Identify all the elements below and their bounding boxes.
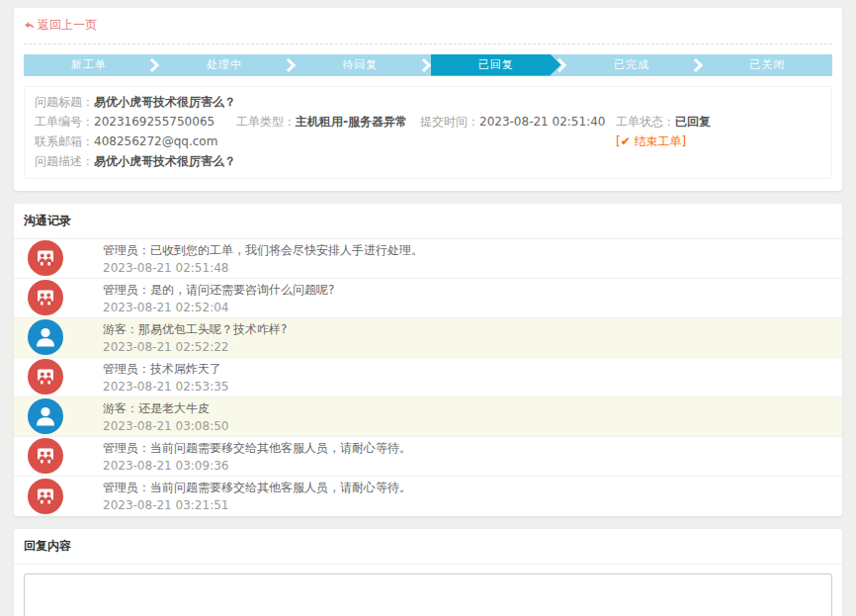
admin-avatar-icon — [28, 240, 63, 276]
ticket-detail-page: 返回上一页 新工单 处理中 待回复 已回复 已完成 已关闭 问题标题：易优小虎哥… — [0, 0, 856, 616]
ticket-number-value: 2023169255750065 — [94, 115, 214, 129]
reply-card: 回复内容 提交 — [14, 529, 842, 616]
ticket-time-row: 提交时间：2023-08-21 02:51:40 — [420, 115, 616, 129]
message-row-admin: 管理员：当前问题需要移交给其他客服人员，请耐心等待。 2023-08-21 03… — [14, 477, 842, 516]
message-time: 2023-08-21 02:52:04 — [103, 301, 334, 314]
ticket-type-label: 工单类型： — [236, 115, 296, 129]
ticket-desc-value: 易优小虎哥技术很厉害么？ — [94, 154, 236, 168]
message-row-admin: 管理员：技术屌炸天了 2023-08-21 02:53:35 — [14, 358, 842, 397]
progress-step-closed: 已关闭 — [703, 54, 832, 76]
guest-avatar-icon — [28, 398, 63, 434]
ticket-desc-label: 问题描述： — [35, 154, 94, 168]
communication-records-card: 沟通记录 管理员：已收到您的工单，我们将会尽快安排人手进行处理。 2023-08… — [14, 204, 842, 516]
message-text: 管理员：是的，请问还需要咨询什么问题呢? — [103, 282, 334, 299]
ticket-type-value: 主机租用-服务器异常 — [296, 115, 407, 129]
message-text: 管理员：技术屌炸天了 — [103, 361, 228, 378]
message-row-guest: 游客：还是老大牛皮 2023-08-21 03:08:50 — [14, 397, 842, 437]
admin-avatar-icon — [28, 479, 63, 514]
back-link-label: 返回上一页 — [38, 17, 97, 34]
message-text: 管理员：已收到您的工单，我们将会尽快安排人手进行处理。 — [103, 242, 423, 259]
progress-step-completed: 已完成 — [566, 54, 696, 76]
message-text: 管理员：当前问题需要移交给其他客服人员，请耐心等待。 — [103, 440, 411, 457]
check-icon: ✔ — [621, 134, 631, 148]
message-row-guest: 游客：那易优包工头呢？技术咋样? 2023-08-21 02:52:22 — [14, 318, 842, 358]
close-ticket-link[interactable]: [✔ 结束工单] — [616, 134, 686, 148]
reply-arrow-icon — [24, 20, 36, 32]
message-time: 2023-08-21 02:52:22 — [103, 340, 287, 354]
bracket: ] — [682, 134, 687, 148]
admin-avatar-icon — [28, 280, 63, 315]
ticket-status-progress-bar: 新工单 处理中 待回复 已回复 已完成 已关闭 — [24, 54, 832, 76]
ticket-title-value: 易优小虎哥技术很厉害么？ — [94, 95, 236, 109]
ticket-type-row: 工单类型：主机租用-服务器异常 — [236, 115, 420, 129]
close-ticket-row: [✔ 结束工单] — [616, 134, 821, 148]
records-header: 沟通记录 — [14, 204, 842, 239]
message-text: 游客：那易优包工头呢？技术咋样? — [103, 321, 287, 338]
message-text: 管理员：当前问题需要移交给其他客服人员，请耐心等待。 — [103, 480, 411, 496]
ticket-status-value: 已回复 — [675, 115, 711, 129]
reply-area: 提交 — [14, 565, 842, 616]
ticket-info-box: 问题标题：易优小虎哥技术很厉害么？ 工单编号：2023169255750065 … — [24, 86, 832, 179]
back-link[interactable]: 返回上一页 — [24, 17, 97, 34]
message-time: 2023-08-21 02:53:35 — [103, 380, 228, 394]
close-ticket-label: 结束工单 — [631, 134, 682, 148]
progress-step-replied-active: 已回复 — [431, 54, 560, 76]
ticket-time-label: 提交时间： — [420, 115, 479, 129]
message-time: 2023-08-21 03:21:51 — [103, 498, 411, 512]
admin-avatar-icon — [28, 438, 63, 474]
ticket-number-label: 工单编号： — [35, 115, 94, 129]
divider — [24, 44, 832, 44]
ticket-summary-card: 返回上一页 新工单 处理中 待回复 已回复 已完成 已关闭 问题标题：易优小虎哥… — [14, 8, 842, 191]
progress-step-new: 新工单 — [24, 54, 153, 76]
ticket-email-row: 联系邮箱：408256272@qq.com — [35, 134, 236, 148]
ticket-title-label: 问题标题： — [35, 95, 94, 109]
message-row-admin: 管理员：已收到您的工单，我们将会尽快安排人手进行处理。 2023-08-21 0… — [14, 239, 842, 279]
ticket-number-row: 工单编号：2023169255750065 — [35, 115, 236, 129]
message-time: 2023-08-21 02:51:48 — [103, 261, 423, 275]
ticket-email-label: 联系邮箱： — [35, 134, 94, 148]
ticket-email-value: 408256272@qq.com — [94, 134, 217, 148]
message-time: 2023-08-21 03:08:50 — [103, 419, 228, 433]
ticket-status-label: 工单状态： — [616, 115, 675, 129]
ticket-time-value: 2023-08-21 02:51:40 — [479, 115, 605, 129]
ticket-title-row: 问题标题：易优小虎哥技术很厉害么？ — [35, 95, 821, 109]
message-row-admin: 管理员：是的，请问还需要咨询什么问题呢? 2023-08-21 02:52:04 — [14, 279, 842, 318]
message-text: 游客：还是老大牛皮 — [103, 400, 228, 417]
guest-avatar-icon — [28, 319, 63, 355]
admin-avatar-icon — [28, 359, 63, 395]
ticket-desc-row: 问题描述：易优小虎哥技术很厉害么？ — [35, 154, 821, 168]
reply-header: 回复内容 — [14, 529, 842, 565]
message-time: 2023-08-21 03:09:36 — [103, 459, 411, 473]
progress-step-processing: 处理中 — [159, 54, 289, 76]
reply-textarea[interactable] — [24, 573, 832, 616]
ticket-status-row: 工单状态：已回复 — [616, 115, 821, 129]
message-row-admin: 管理员：当前问题需要移交给其他客服人员，请耐心等待。 2023-08-21 03… — [14, 437, 842, 477]
progress-step-awaiting-reply: 待回复 — [296, 54, 425, 76]
